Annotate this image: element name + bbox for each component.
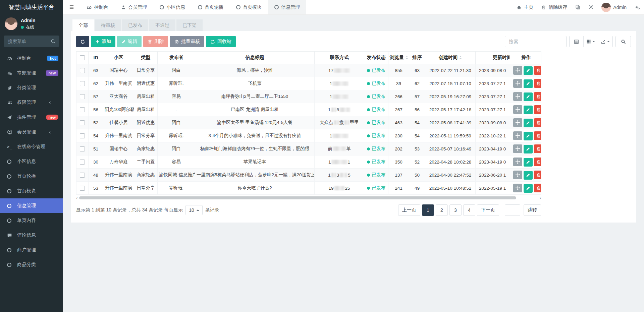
scroll-left-icon[interactable]: ‹ xyxy=(76,196,77,200)
row-delete-button[interactable] xyxy=(534,171,541,179)
refresh-button[interactable] xyxy=(76,36,89,47)
next-page-button[interactable]: 下一页 xyxy=(477,204,499,216)
multi-tab-button[interactable] xyxy=(571,0,584,14)
home-link[interactable]: 主页 xyxy=(513,0,537,14)
row-edit-button[interactable] xyxy=(524,119,533,127)
row-edit-button[interactable] xyxy=(524,66,533,75)
drag-sort-button[interactable] xyxy=(513,105,522,114)
tab-offline[interactable]: 已下架 xyxy=(176,19,203,31)
column-header-views[interactable]: 浏览量 xyxy=(388,52,409,64)
row-checkbox[interactable] xyxy=(80,146,85,151)
row-checkbox[interactable] xyxy=(80,160,85,165)
page-button-4[interactable]: 4 xyxy=(463,204,475,216)
sidebar-item-addon[interactable]: 插件管理new xyxy=(0,110,63,125)
row-checkbox[interactable] xyxy=(80,94,85,99)
prev-page-button[interactable]: 上一页 xyxy=(398,204,420,216)
sidebar-item-general[interactable]: 常规管理new xyxy=(0,66,63,80)
row-checkbox[interactable] xyxy=(80,120,85,125)
sidebar-item-home-module[interactable]: 首页模块 xyxy=(0,184,63,198)
row-delete-button[interactable] xyxy=(534,144,541,153)
menu-toggle-icon[interactable] xyxy=(63,0,80,14)
clear-cache-link[interactable]: 清除缓存 xyxy=(537,0,571,14)
row-edit-button[interactable] xyxy=(524,171,533,180)
jump-button[interactable]: 跳转 xyxy=(524,204,541,216)
sidebar-item-home-carousel[interactable]: 首页轮播 xyxy=(0,169,63,184)
sidebar-item-goods-category[interactable]: 商品分类 xyxy=(0,257,63,272)
row-delete-button[interactable] xyxy=(534,184,541,192)
tab-published[interactable]: 已发布 xyxy=(122,19,148,31)
row-checkbox[interactable] xyxy=(80,133,85,138)
sidebar-item-dashboard[interactable]: 控制台hot xyxy=(0,51,63,66)
jump-page-input[interactable] xyxy=(505,204,520,216)
sidebar-item-category[interactable]: 分类管理 xyxy=(0,80,63,95)
drag-sort-button[interactable] xyxy=(513,184,522,192)
tab-rejected[interactable]: 不通过 xyxy=(149,19,175,31)
row-checkbox[interactable] xyxy=(80,81,85,86)
select-all-checkbox[interactable] xyxy=(80,55,85,60)
edit-button[interactable]: 编辑 xyxy=(117,36,142,47)
row-edit-button[interactable] xyxy=(524,132,533,140)
fullscreen-button[interactable] xyxy=(584,0,597,14)
page-button-2[interactable]: 2 xyxy=(436,204,448,216)
drag-sort-button[interactable] xyxy=(513,171,522,179)
navbar-item-home-module[interactable]: 首页模块 xyxy=(230,0,268,14)
sidebar-item-comment-info[interactable]: 评论信息 xyxy=(0,228,63,243)
sidebar-item-auth[interactable]: 权限管理 xyxy=(0,95,63,110)
page-button-1[interactable]: 1 xyxy=(422,204,434,216)
row-delete-button[interactable] xyxy=(534,118,541,127)
row-delete-button[interactable] xyxy=(534,131,541,140)
scroll-right-icon[interactable]: › xyxy=(540,196,541,200)
navbar-item-info-manage[interactable]: 信息管理 xyxy=(268,0,306,14)
row-edit-button[interactable] xyxy=(524,106,533,114)
row-checkbox[interactable] xyxy=(80,173,85,178)
table-search-input[interactable] xyxy=(505,36,567,47)
scrollbar-track[interactable] xyxy=(78,196,538,199)
row-delete-button[interactable] xyxy=(534,158,541,166)
detail-view-button[interactable] xyxy=(570,36,584,47)
page-button-3[interactable]: 3 xyxy=(449,204,462,216)
column-header-created[interactable]: 创建时间 xyxy=(425,52,476,64)
row-delete-button[interactable] xyxy=(534,105,541,114)
row-edit-button[interactable] xyxy=(524,184,533,193)
row-edit-button[interactable] xyxy=(524,92,533,101)
batch-audit-button[interactable]: 批量审核 xyxy=(170,36,204,47)
add-button[interactable]: 添加 xyxy=(91,36,115,47)
navbar-item-member[interactable]: 会员管理 xyxy=(115,0,153,14)
drag-sort-button[interactable] xyxy=(513,79,522,88)
drag-sort-button[interactable] xyxy=(513,92,522,101)
row-delete-button[interactable] xyxy=(534,79,541,88)
sidebar-item-single-page[interactable]: 单页内容 xyxy=(0,213,63,228)
columns-button[interactable] xyxy=(584,36,598,47)
sidebar-item-member[interactable]: 会员管理 xyxy=(0,125,63,139)
tab-pending[interactable]: 待审核 xyxy=(95,19,121,31)
recycle-button[interactable]: 回收站 xyxy=(206,36,236,47)
export-button[interactable] xyxy=(598,36,612,47)
drag-sort-button[interactable] xyxy=(513,131,522,140)
page-size-select[interactable]: 10 xyxy=(185,205,203,215)
row-checkbox[interactable] xyxy=(80,186,85,191)
navbar-item-home-carousel[interactable]: 首页轮播 xyxy=(192,0,230,14)
row-delete-button[interactable] xyxy=(534,66,541,75)
sidebar-item-merchant[interactable]: 商户管理 xyxy=(0,243,63,257)
tab-all[interactable]: 全部 xyxy=(72,19,94,31)
row-checkbox[interactable] xyxy=(80,68,85,73)
row-checkbox[interactable] xyxy=(80,107,85,112)
sidebar-item-info-manage[interactable]: 信息管理 xyxy=(0,198,63,213)
delete-button[interactable]: 删除 xyxy=(143,36,168,47)
drag-sort-button[interactable] xyxy=(513,66,522,75)
search-submit-button[interactable] xyxy=(615,36,631,47)
sidebar-item-community-info[interactable]: 小区信息 xyxy=(0,154,63,169)
drag-sort-button[interactable] xyxy=(513,118,522,127)
row-delete-button[interactable] xyxy=(534,92,541,101)
navbar-user[interactable]: Admin xyxy=(597,0,631,14)
row-edit-button[interactable] xyxy=(524,79,533,88)
row-edit-button[interactable] xyxy=(524,145,533,153)
navbar-item-dashboard[interactable]: 控制台 xyxy=(80,0,115,14)
settings-button[interactable] xyxy=(631,0,644,14)
drag-sort-button[interactable] xyxy=(513,158,522,166)
navbar-item-community-info[interactable]: 小区信息 xyxy=(153,0,192,14)
drag-sort-button[interactable] xyxy=(513,144,522,153)
row-edit-button[interactable] xyxy=(524,158,533,167)
scrollbar-thumb[interactable] xyxy=(79,196,516,199)
user-avatar[interactable] xyxy=(5,17,17,30)
